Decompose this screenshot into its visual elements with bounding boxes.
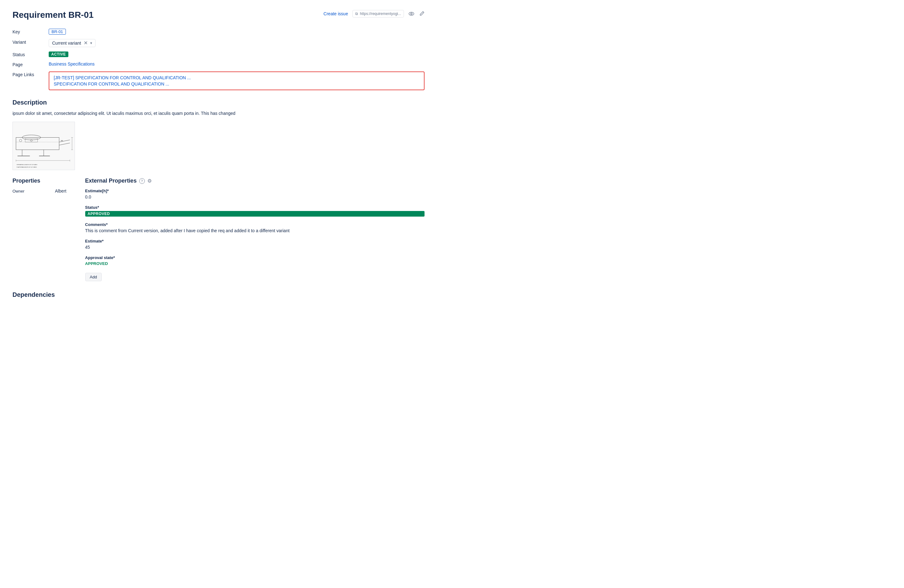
page-field-label: Page: [13, 62, 44, 67]
key-label: Key: [13, 29, 44, 34]
status-value: ACTIVE: [49, 52, 425, 57]
status-badge: ACTIVE: [49, 52, 68, 57]
top-section: Requirement BR-01 Create issue ⧉ https:/…: [13, 10, 425, 29]
svg-text:TAIL: TAIL: [60, 140, 63, 142]
ext-prop-estimate-label: Estimate*: [85, 239, 425, 243]
page-link-item-2[interactable]: SPECIFICATION FOR CONTROL AND QUALIFICAT…: [54, 81, 420, 87]
page-links-row: Page Links [JR-TEST] SPECIFICATION FOR C…: [13, 71, 425, 90]
svg-text:PLATFORM/LENGTH OF 10 TUBES: PLATFORM/LENGTH OF 10 TUBES: [17, 166, 37, 168]
page-row: Page Business Specifications: [13, 62, 425, 67]
page-link-item-1[interactable]: [JR-TEST] SPECIFICATION FOR CONTROL AND …: [54, 75, 420, 80]
page-link[interactable]: Business Specifications: [49, 62, 95, 66]
url-text: https://requirementyogi...: [360, 11, 401, 16]
properties-col-title: Properties: [13, 178, 66, 184]
dependencies-section-title: Dependencies: [13, 291, 425, 299]
owner-value: Albert: [55, 188, 66, 193]
properties-col: Properties Owner Albert: [13, 178, 66, 281]
properties-grid: Properties Owner Albert External Propert…: [13, 178, 425, 281]
page-title: Requirement BR-01: [13, 10, 94, 20]
key-badge[interactable]: BR-01: [49, 29, 66, 35]
ext-title-row: External Properties ? ⚙: [85, 178, 425, 184]
view-icon-btn[interactable]: [408, 11, 414, 17]
variant-text: Current variant: [52, 41, 81, 46]
page-links-box: [JR-TEST] SPECIFICATION FOR CONTROL AND …: [49, 71, 425, 90]
sketch-svg: PLATFORM/LENGTH OF 10 TUBES OPERATING LE…: [13, 122, 74, 170]
ext-prop-comments-value: This is comment from Current version, ad…: [85, 228, 425, 233]
description-section-title: Description: [13, 99, 425, 106]
owner-row: Owner Albert: [13, 188, 66, 193]
edit-icon-btn[interactable]: [419, 11, 425, 17]
variant-selector[interactable]: Current variant ✕ ▾: [49, 39, 95, 47]
ext-prop-status-label: Status*: [85, 205, 425, 210]
svg-text:OPERATING LENGTH OF 10 TUBES: OPERATING LENGTH OF 10 TUBES: [17, 164, 38, 166]
svg-point-0: [409, 12, 414, 15]
copy-icon: ⧉: [355, 11, 358, 16]
ext-prop-estimate-h-value: 0.0: [85, 194, 425, 199]
page-links-label: Page Links: [13, 71, 44, 77]
ext-properties-title: External Properties: [85, 178, 137, 184]
variant-value: Current variant ✕ ▾: [49, 39, 425, 47]
ext-prop-approval-label: Approval state*: [85, 255, 425, 260]
sketch-image: PLATFORM/LENGTH OF 10 TUBES OPERATING LE…: [13, 122, 75, 170]
ext-prop-approval-value: APPROVED: [85, 261, 425, 266]
ext-properties-col: External Properties ? ⚙ Estimate[h]* 0.0…: [85, 178, 425, 281]
pencil-icon: [419, 11, 425, 17]
variant-label: Variant: [13, 39, 44, 44]
ext-prop-comments: Comments* This is comment from Current v…: [85, 222, 425, 233]
status-row: Status ACTIVE: [13, 52, 425, 57]
ext-prop-estimate-h: Estimate[h]* 0.0: [85, 188, 425, 199]
status-label: Status: [13, 52, 44, 57]
ext-prop-estimate-value: 45: [85, 245, 425, 250]
page-container: Requirement BR-01 Create issue ⧉ https:/…: [13, 10, 425, 299]
key-row: Key BR-01: [13, 29, 425, 35]
page-links-value: [JR-TEST] SPECIFICATION FOR CONTROL AND …: [49, 71, 425, 90]
help-icon[interactable]: ?: [139, 178, 145, 184]
ext-prop-approval: Approval state* APPROVED: [85, 255, 425, 266]
meta-section: Key BR-01 Variant Current variant ✕ ▾ St…: [13, 29, 425, 90]
variant-row: Variant Current variant ✕ ▾: [13, 39, 425, 47]
description-text: ipsum dolor sit amet, consectetur adipis…: [13, 110, 425, 117]
ext-prop-estimate-h-label: Estimate[h]*: [85, 188, 425, 193]
add-button[interactable]: Add: [85, 273, 102, 281]
svg-point-1: [411, 13, 412, 15]
create-issue-link[interactable]: Create issue: [323, 11, 348, 16]
ext-prop-status: Status* APPROVED: [85, 205, 425, 217]
gear-icon[interactable]: ⚙: [147, 178, 152, 184]
eye-icon: [408, 11, 414, 17]
page-field-value: Business Specifications: [49, 62, 425, 66]
owner-label: Owner: [13, 189, 50, 193]
header-actions: Create issue ⧉ https://requirementyogi..…: [323, 10, 425, 17]
svg-rect-2: [13, 122, 74, 170]
ext-prop-comments-label: Comments*: [85, 222, 425, 227]
url-preview-box[interactable]: ⧉ https://requirementyogi...: [352, 10, 404, 17]
ext-prop-status-badge: APPROVED: [85, 211, 425, 217]
variant-clear-icon[interactable]: ✕: [84, 41, 88, 46]
key-value: BR-01: [49, 29, 425, 35]
variant-chevron-icon[interactable]: ▾: [90, 41, 92, 45]
ext-prop-estimate: Estimate* 45: [85, 239, 425, 250]
